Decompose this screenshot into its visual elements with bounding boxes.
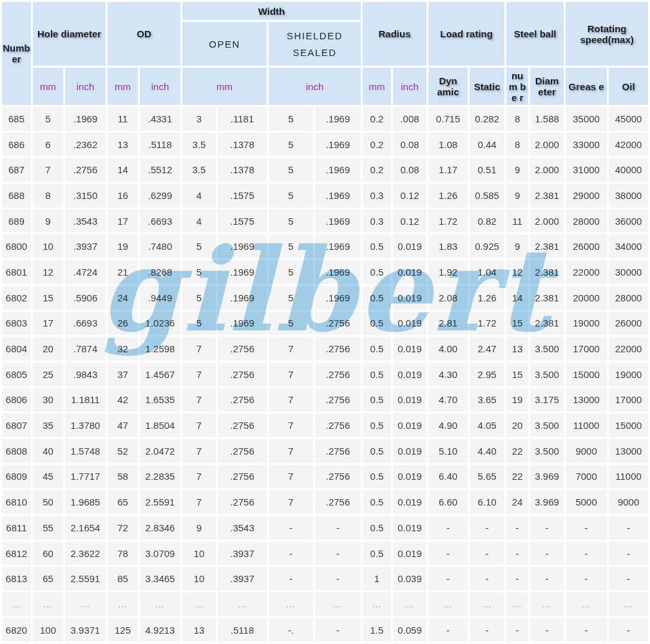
table-cell: ...	[33, 592, 63, 616]
table-cell: 19000	[566, 312, 607, 336]
table-cell: 2.381	[530, 312, 564, 336]
table-cell: 7	[269, 490, 313, 514]
col-header-hole-diameter: Hole diameter	[33, 2, 106, 66]
table-cell: 3.500	[530, 337, 564, 361]
table-cell: 8	[506, 107, 528, 131]
table-cell: 9	[182, 516, 216, 540]
table-cell: 15	[506, 312, 528, 336]
table-row: 6866.236213.51183.5.13785.19690.20.081.0…	[2, 133, 648, 156]
table-cell: .1969	[315, 286, 361, 310]
table-cell: -	[470, 542, 504, 565]
col-header-radius: Radius	[363, 2, 426, 66]
table-cell: .4724	[65, 260, 106, 284]
table-row: 6877.275614.55123.5.13785.19690.20.081.1…	[2, 158, 648, 182]
table-cell: 2.2835	[140, 465, 180, 489]
table-cell: 4	[182, 184, 216, 207]
table-cell: 85	[108, 567, 138, 591]
table-cell: 0.12	[393, 209, 426, 233]
table-cell: 20	[506, 413, 528, 437]
table-cell: 9	[506, 158, 528, 182]
table-cell: 7	[182, 413, 216, 437]
table-cell: 2.47	[470, 337, 504, 361]
table-cell: .2756	[315, 439, 361, 463]
table-cell: 6812	[2, 542, 31, 565]
table-cell: 1.08	[428, 133, 468, 156]
table-cell: ...	[315, 592, 361, 616]
table-cell: 3.175	[530, 388, 564, 412]
table-cell: 1.83	[428, 234, 468, 258]
table-cell: 1.3780	[65, 413, 106, 437]
table-cell: .1969	[218, 260, 267, 284]
table-cell: -.	[269, 618, 313, 642]
table-cell: 0.019	[393, 490, 426, 514]
table-cell: ...	[506, 592, 528, 616]
table-cell: .2756	[315, 363, 361, 386]
table-cell: 72	[108, 516, 138, 540]
table-cell: 1	[363, 567, 391, 591]
table-cell: -	[530, 542, 564, 565]
col-header-grease: Greas e	[566, 68, 607, 105]
table-cell: 0.5	[363, 337, 391, 361]
table-cell: 0.5	[363, 439, 391, 463]
table-cell: 0.059	[393, 618, 426, 642]
table-cell: ...	[269, 592, 313, 616]
table-cell: 1.26	[428, 184, 468, 207]
table-cell: 0.585	[470, 184, 504, 207]
table-cell: 0.019	[393, 337, 426, 361]
table-cell: 26	[108, 312, 138, 336]
table-row: 680525.9843371.45677.27567.27560.50.0194…	[2, 363, 648, 386]
col-header-radius-mm: mm	[363, 68, 391, 105]
table-cell: 13	[506, 337, 528, 361]
table-cell: 9000	[566, 439, 607, 463]
table-cell: 2.08	[428, 286, 468, 310]
table-cell: 6803	[2, 312, 31, 336]
table-cell: 24	[506, 490, 528, 514]
table-cell: .2756	[218, 465, 267, 489]
table-cell: .7874	[65, 337, 106, 361]
table-cell: 5	[33, 107, 63, 131]
table-cell: ...	[140, 592, 180, 616]
table-cell: .2756	[65, 158, 106, 182]
table-cell: 0.5	[363, 516, 391, 540]
table-cell: 5	[269, 286, 313, 310]
table-row: 6813652.5591853.346510.3937--10.039-----…	[2, 567, 648, 591]
table-cell: 3.5	[182, 158, 216, 182]
table-cell: 12	[33, 260, 63, 284]
table-cell: 7	[182, 439, 216, 463]
table-cell: 22000	[609, 337, 648, 361]
table-cell: .3543	[218, 516, 267, 540]
table-cell: 34000	[609, 234, 648, 258]
table-header: Number Hole diameter OD Width Radius Loa…	[2, 2, 648, 105]
table-cell: .1575	[218, 184, 267, 207]
table-cell: 28000	[609, 286, 648, 310]
table-cell: 8	[506, 133, 528, 156]
table-cell: .1969	[218, 312, 267, 336]
table-cell: 2.000	[530, 209, 564, 233]
table-cell: 3.969	[530, 465, 564, 489]
table-row: 6855.196911.43313.11815.19690.2.0080.715…	[2, 107, 648, 131]
table-cell: 1.5748	[65, 439, 106, 463]
col-header-radius-inch: inch	[393, 68, 426, 105]
col-header-static: Static	[470, 68, 504, 105]
table-cell: .1969	[315, 260, 361, 284]
table-cell: 22000	[566, 260, 607, 284]
table-cell: 3.0709	[140, 542, 180, 565]
table-cell: .7480	[140, 234, 180, 258]
table-cell: .2756	[315, 312, 361, 336]
table-cell: 0.3	[363, 184, 391, 207]
table-cell: 13000	[609, 439, 648, 463]
table-cell: 0.5	[363, 542, 391, 565]
table-row: 6812602.3622783.070910.3937--0.50.019---…	[2, 542, 648, 565]
table-row: 6810501.9685652.55917.27567.27560.50.019…	[2, 490, 648, 514]
table-cell: 40	[33, 439, 63, 463]
table-cell: .2756	[218, 490, 267, 514]
table-cell: 29000	[566, 184, 607, 207]
table-cell: -	[428, 542, 468, 565]
table-cell: 0.5	[363, 260, 391, 284]
table-cell: 0.12	[393, 184, 426, 207]
table-cell: 686	[2, 133, 31, 156]
table-cell: ...	[218, 592, 267, 616]
table-cell: 2.381	[530, 260, 564, 284]
open-label: OPEN	[183, 39, 266, 50]
bearing-spec-table: Number Hole diameter OD Width Radius Loa…	[0, 0, 650, 644]
